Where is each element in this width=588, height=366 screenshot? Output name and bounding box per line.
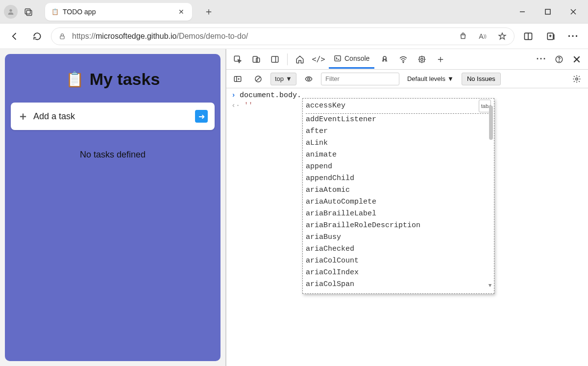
favorite-icon[interactable] [496,30,508,42]
profile-avatar[interactable] [4,5,18,19]
clipboard-icon: 📋 [66,71,84,88]
empty-state-text: No tasks defined [11,150,215,160]
autocomplete-item[interactable]: animate [306,149,491,161]
autocomplete-popup[interactable]: accessKeytabaddEventListenerafteraLinkan… [302,98,494,294]
clipboard-icon: 📋 [51,8,59,16]
console-toolbar: top ▼ Default levels ▼ No Issues [226,70,588,88]
svg-rect-2 [26,10,32,16]
add-tab-icon[interactable]: ＋ [432,51,449,68]
svg-rect-4 [545,9,550,14]
context-selector[interactable]: top ▼ [270,73,296,85]
tab-title: TODO app [63,8,172,16]
console-output-text: '' [244,102,253,110]
autocomplete-item[interactable]: aLink [306,137,491,149]
close-window-button[interactable] [566,5,580,19]
close-icon[interactable]: ✕ [175,6,187,18]
lock-icon [57,32,67,40]
autocomplete-item[interactable]: ariaBrailleRoleDescription [306,220,491,232]
inspect-element-icon[interactable] [229,51,246,68]
toggle-sidebar-icon[interactable] [229,71,246,87]
chevron-right-icon: › [231,91,236,100]
autocomplete-item[interactable]: ariaBrailleLabel [306,208,491,220]
split-screen-icon[interactable] [519,27,537,45]
live-expression-icon[interactable] [300,71,317,87]
devtools-tabbar: </> Console ＋ ··· [226,49,588,70]
minimize-button[interactable] [515,5,529,19]
svg-rect-1 [25,9,30,14]
submit-task-button[interactable]: ➜ [195,110,208,123]
console-tab[interactable]: Console [329,50,374,69]
autocomplete-item[interactable]: after [306,126,491,137]
svg-rect-16 [271,56,278,62]
svg-point-36 [308,78,310,80]
add-task-label: Add a task [33,111,75,122]
read-aloud-icon[interactable]: A)) [477,30,489,42]
scrollbar-thumb[interactable] [489,105,493,140]
address-bar[interactable]: https://microsoftedge.github.io/Demos/de… [51,27,514,45]
autocomplete-item[interactable]: ariaColIndex [306,267,491,279]
svg-rect-7 [60,36,64,39]
elements-tab-icon[interactable]: </> [310,51,327,68]
svg-point-29 [559,61,559,61]
help-icon[interactable] [551,51,567,68]
browser-tab[interactable]: 📋 TODO app ✕ [45,3,192,21]
svg-line-35 [256,77,260,81]
page-viewport: 📋 My tasks ＋ Add a task ➜ No tasks defin… [0,49,225,366]
autocomplete-item[interactable]: addEventListener [306,114,491,126]
sources-tab-icon[interactable] [376,51,393,68]
welcome-tab-icon[interactable] [292,51,308,68]
devtools-more-icon[interactable]: ··· [533,51,550,68]
autocomplete-item[interactable]: ariaAutoComplete [306,196,491,208]
svg-rect-15 [256,58,260,62]
performance-tab-icon[interactable] [414,51,430,68]
workspaces-icon[interactable] [22,5,35,19]
svg-rect-18 [335,56,341,61]
devtools-panel: </> Console ＋ ··· [225,49,588,366]
page-heading: My tasks [90,70,160,89]
chevron-left-icon: ‹· [231,102,240,110]
svg-rect-22 [419,56,425,62]
autocomplete-item[interactable]: accessKeytab [306,100,491,114]
plus-icon: ＋ [18,109,28,124]
new-tab-button[interactable]: ＋ [201,4,217,20]
refresh-button[interactable] [28,27,46,45]
dock-side-icon[interactable] [267,51,283,68]
chevron-down-icon: ▼ [286,75,292,82]
back-button[interactable] [6,27,24,45]
autocomplete-item[interactable]: ariaBusy [306,232,491,243]
autocomplete-item[interactable]: ariaColCount [306,255,491,267]
add-task-field[interactable]: ＋ Add a task ➜ [11,103,215,130]
svg-point-37 [576,78,578,80]
more-menu-icon[interactable]: ··· [564,27,582,45]
svg-point-23 [421,58,423,60]
autocomplete-item[interactable]: appendChild [306,173,491,184]
close-devtools-button[interactable] [568,51,585,68]
chevron-down-icon: ▼ [447,75,454,82]
svg-rect-32 [234,76,241,81]
svg-rect-13 [234,56,240,61]
console-input-text: document.body. [240,91,301,100]
issues-button[interactable]: No Issues [462,73,501,85]
network-tab-icon[interactable] [395,51,412,68]
maximize-button[interactable] [541,5,555,19]
autocomplete-item[interactable]: ariaAtomic [306,184,491,196]
autocomplete-item[interactable]: ariaChecked [306,243,491,255]
device-emulation-icon[interactable] [248,51,265,68]
svg-point-20 [383,56,386,59]
console-body[interactable]: › document.body. ‹· '' accessKeytabaddEv… [226,88,588,366]
autocomplete-item[interactable]: append [306,161,491,173]
scroll-down-icon[interactable]: ▼ [489,280,492,291]
console-filter-input[interactable] [321,73,399,85]
console-settings-icon[interactable] [568,71,585,87]
svg-point-21 [403,62,404,63]
address-bar-row: https://microsoftedge.github.io/Demos/de… [0,24,588,49]
browser-tabstrip: 📋 TODO app ✕ ＋ [0,0,588,24]
collections-icon[interactable] [542,27,560,45]
clear-console-icon[interactable] [250,71,267,87]
svg-point-0 [9,9,12,11]
shopping-icon[interactable] [457,30,469,42]
autocomplete-item[interactable]: ariaColSpan [306,279,491,290]
url-text: https://microsoftedge.github.io/Demos/de… [72,32,248,41]
log-levels-selector[interactable]: Default levels ▼ [403,75,458,82]
svg-rect-14 [253,56,257,62]
